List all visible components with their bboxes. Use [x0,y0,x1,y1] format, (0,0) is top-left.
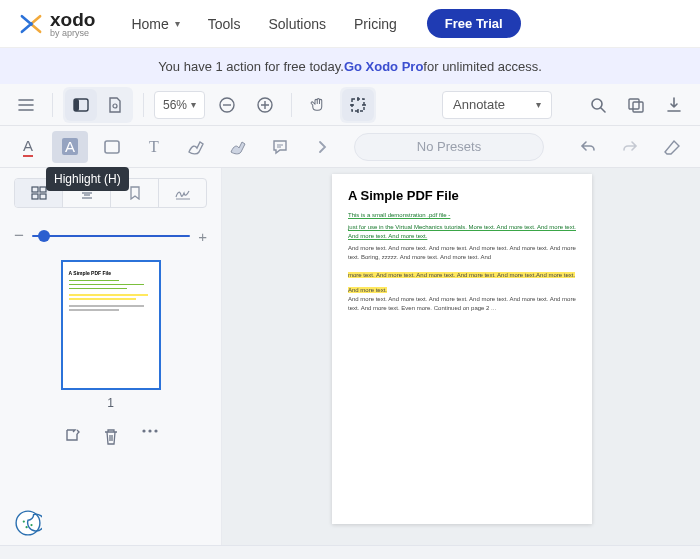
svg-point-0 [29,22,33,26]
rectangle-tool[interactable] [94,131,130,163]
svg-rect-9 [633,102,643,112]
text-t-icon: T [149,138,159,156]
document-page: A Simple PDF File This is a small demons… [332,174,592,524]
nav-home[interactable]: Home▾ [131,16,179,32]
svg-rect-11 [32,187,38,192]
notes-panel-button[interactable] [620,89,652,121]
delete-page-button[interactable] [103,428,119,446]
svg-point-20 [25,526,27,528]
svg-rect-13 [32,194,38,199]
thumbnail-size-slider[interactable] [32,235,190,237]
tooltip: Highlight (H) [46,167,129,191]
sidebar: − + A Simple PDF File 1 [0,168,222,545]
view-controls-button[interactable] [99,89,131,121]
nav-tools[interactable]: Tools [208,16,241,32]
underline-tool[interactable]: A [10,131,46,163]
chevron-down-icon: ▾ [536,99,541,110]
rotate-page-button[interactable] [63,428,81,446]
underline-a-icon: A [23,137,33,157]
top-nav: xodo by apryse Home▾ Tools Solutions Pri… [0,0,700,48]
free-trial-button[interactable]: Free Trial [427,9,521,38]
freetext-tool[interactable]: T [136,131,172,163]
brand-name: xodo [50,10,95,29]
thumbnail-actions [14,428,207,446]
select-button[interactable] [342,89,374,121]
svg-rect-12 [40,187,46,192]
svg-rect-8 [629,99,639,109]
logo[interactable]: xodo by apryse [18,10,95,38]
annotate-toolbar: A A Highlight (H) T No Presets [0,126,700,168]
chevron-down-icon: ▾ [191,99,196,110]
svg-rect-10 [105,141,119,153]
svg-point-15 [142,429,145,432]
panel-left-icon [72,96,90,114]
banner-link[interactable]: Go Xodo Pro [344,59,423,74]
thumbnails-icon [31,186,47,200]
zoom-in-button[interactable] [249,89,281,121]
page-thumbnail[interactable]: A Simple PDF File [61,260,161,390]
rotate-icon [63,428,81,446]
menu-button[interactable] [10,89,42,121]
slider-minus[interactable]: − [14,226,24,246]
search-button[interactable] [582,89,614,121]
more-tools-button[interactable] [304,131,340,163]
search-icon [589,96,607,114]
marker-icon [228,138,248,156]
note-tool[interactable] [262,131,298,163]
presets-dropdown[interactable]: No Presets [354,133,544,161]
status-bar [0,545,700,559]
ribbon-dropdown[interactable]: Annotate ▾ [442,91,552,119]
more-page-actions-button[interactable] [141,428,159,446]
marquee-icon [349,96,367,114]
doc-title: A Simple PDF File [348,188,576,203]
freehand-tool[interactable] [178,131,214,163]
banner-pre: You have 1 action for free today. [158,59,344,74]
zoom-out-button[interactable] [211,89,243,121]
sidebar-tab-signatures[interactable] [159,179,206,207]
svg-point-16 [148,429,151,432]
nav-pricing[interactable]: Pricing [354,16,397,32]
main-area: − + A Simple PDF File 1 [0,168,700,545]
hamburger-icon [17,96,35,114]
xodo-logo-icon [18,11,44,37]
svg-rect-2 [74,99,79,111]
panels-icon [627,96,645,114]
hand-icon [309,96,327,114]
slider-plus[interactable]: + [198,228,207,245]
pan-button[interactable] [302,89,334,121]
svg-point-3 [113,104,117,108]
undo-icon [579,139,597,155]
freehand-highlight-tool[interactable] [220,131,256,163]
pen-icon [186,138,206,156]
download-button[interactable] [658,89,690,121]
eraser-icon [663,139,681,155]
trash-icon [103,428,119,446]
svg-point-21 [30,524,32,526]
bookmark-icon [129,186,141,200]
brand-tagline: by apryse [50,29,95,38]
promo-banner: You have 1 action for free today. Go Xod… [0,48,700,84]
cookie-settings-button[interactable] [14,509,42,537]
panel-toggle-button[interactable] [65,89,97,121]
eraser-tool[interactable] [654,131,690,163]
redo-button[interactable] [612,131,648,163]
zoom-dropdown[interactable]: 56% ▾ [154,91,205,119]
redo-icon [621,139,639,155]
svg-rect-14 [40,194,46,199]
signature-icon [174,186,192,200]
comment-icon [271,138,289,156]
thumbnail-container: A Simple PDF File 1 [14,260,207,410]
doc-line: just for use in the Virtual Mechanics tu… [348,223,576,241]
minus-circle-icon [218,96,236,114]
document-viewport[interactable]: A Simple PDF File This is a small demons… [222,168,700,545]
banner-post: for unlimited access. [423,59,542,74]
doc-line: more text. And more text. And more text.… [348,272,536,278]
chevron-right-icon [316,140,328,154]
panel-toggle-group [63,87,133,123]
undo-button[interactable] [570,131,606,163]
highlight-a-icon: A [62,138,78,155]
chevron-down-icon: ▾ [175,18,180,29]
nav-items: Home▾ Tools Solutions Pricing [131,16,396,32]
nav-solutions[interactable]: Solutions [268,16,326,32]
highlight-tool[interactable]: A Highlight (H) [52,131,88,163]
